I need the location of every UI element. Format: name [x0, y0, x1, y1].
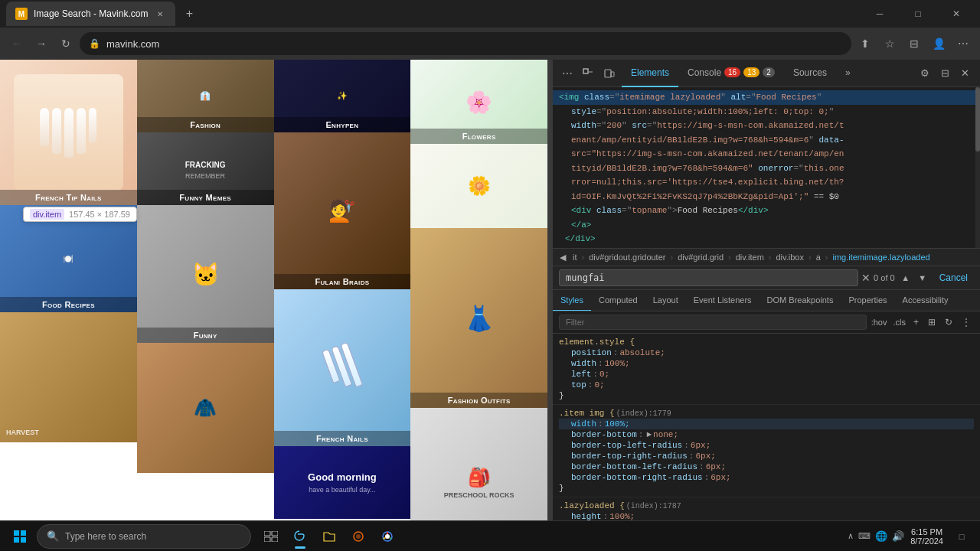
breadcrumb-it[interactable]: it [570, 253, 580, 262]
code-line-3: width="200" src="https://img-s-msn-com.a… [553, 119, 980, 133]
breadcrumb-gridout[interactable]: div#gridout.gridouter [586, 253, 668, 262]
tray-network[interactable]: 🌐 [875, 530, 887, 542]
tab-console[interactable]: Console 16 13 2 [678, 60, 784, 87]
dock-icon[interactable]: ⊟ [936, 64, 954, 83]
tab-layout[interactable]: Layout [645, 290, 686, 311]
refresh-styles-icon[interactable]: ↻ [942, 315, 956, 329]
title-bar: M Image Search - Mavink.com ✕ + ─ □ ✕ [0, 0, 980, 28]
forward-button[interactable]: → [31, 33, 52, 54]
maximize-button[interactable]: □ [900, 2, 936, 26]
start-button[interactable] [6, 523, 34, 550]
gallery-item-person[interactable]: 🧥 [137, 343, 274, 473]
breadcrumb-a[interactable]: a [813, 253, 824, 262]
search-next-button[interactable]: ▼ [915, 270, 930, 285]
devtools-search-input[interactable] [559, 269, 858, 286]
tab-computed[interactable]: Computed [591, 290, 645, 311]
pseudo-hov[interactable]: :hov [870, 318, 889, 327]
address-bar[interactable]: 🔒 mavink.com [80, 32, 851, 55]
css-prop-btlr[interactable]: border-top-left-radius : 6px; [559, 440, 974, 451]
active-tab[interactable]: M Image Search - Mavink.com ✕ [6, 2, 175, 26]
css-prop-left[interactable]: left : 0; [559, 369, 974, 380]
reload-button[interactable]: ↻ [55, 33, 77, 54]
tab-accessibility[interactable]: Accessibility [895, 290, 956, 311]
more-options-icon[interactable]: ⋮ [959, 315, 974, 329]
tab-more[interactable]: » [836, 60, 860, 87]
taskbar-firefox[interactable] [345, 523, 372, 550]
gallery-label-funny: Funny [137, 328, 274, 343]
gallery-item-enhypen[interactable]: ✨ Enhypen [274, 60, 411, 132]
gallery-item-nails[interactable]: French Tip Nails [0, 60, 137, 205]
good-morning-text: Good morning [308, 471, 377, 484]
css-prop-top[interactable]: top : 0; [559, 380, 974, 390]
breadcrumb-grid[interactable]: div#grid.grid [675, 253, 727, 262]
pseudo-cls[interactable]: .cls [891, 318, 907, 327]
tab-properties[interactable]: Properties [841, 290, 894, 311]
breadcrumb-ibox[interactable]: div.ibox [773, 253, 807, 262]
back-button[interactable]: ← [6, 33, 28, 54]
search-clear-button[interactable]: ✕ [861, 272, 871, 284]
code-scrollbar[interactable] [975, 87, 980, 248]
tab-event-listeners[interactable]: Event Listeners [686, 290, 760, 311]
code-scrollbar-thumb [975, 87, 980, 152]
search-cancel-button[interactable]: Cancel [933, 271, 974, 285]
taskbar-edge[interactable] [286, 523, 314, 550]
css-rule-element-style: element.style { position : absolute; wid… [553, 334, 980, 405]
taskbar-chrome[interactable] [374, 523, 401, 550]
css-prop-btrr[interactable]: border-top-right-radius : 6px; [559, 451, 974, 461]
tray-volume[interactable]: 🔊 [892, 530, 904, 542]
gallery-item-flowers2[interactable]: 🌼 [410, 144, 547, 228]
css-prop-height[interactable]: height : 100%; [559, 511, 974, 520]
gallery-item-harvest[interactable]: HARVEST [0, 312, 137, 442]
gallery-item-french-nails[interactable]: French Nails [274, 289, 411, 446]
taskbar-search[interactable]: 🔍 Type here to search [37, 524, 251, 549]
tab-dom-breakpoints[interactable]: DOM Breakpoints [760, 290, 841, 311]
css-prop-width2[interactable]: width : 100%; [559, 419, 974, 429]
device-toggle-icon[interactable] [600, 64, 619, 83]
css-prop-border-bottom[interactable]: border-bottom : ► none; [559, 429, 974, 440]
css-prop-position[interactable]: position : absolute; [559, 347, 974, 358]
css-prop-bbrr[interactable]: border-bottom-right-radius : 6px; [559, 472, 974, 483]
tray-up-arrow[interactable]: ∧ [848, 531, 854, 541]
gallery-item-cat[interactable]: 🐱 Funny [137, 205, 274, 343]
gallery-item-good-morning[interactable]: Good morning have a beautiful day... [274, 446, 411, 519]
svg-rect-7 [21, 537, 26, 543]
taskbar-task-view[interactable] [257, 523, 285, 550]
filter-input[interactable] [559, 315, 867, 330]
gallery-item-fashion[interactable]: 👔 Fashion [137, 60, 274, 132]
split-view-icon[interactable]: ⊟ [903, 33, 925, 54]
css-prop-bblr[interactable]: border-bottom-left-radius : 6px; [559, 461, 974, 472]
share-icon[interactable]: ⬆ [854, 33, 876, 54]
css-prop-width1[interactable]: width : 100%; [559, 358, 974, 369]
tab-styles[interactable]: Styles [553, 290, 591, 311]
close-button[interactable]: ✕ [939, 2, 974, 26]
breadcrumb-img[interactable]: img.itemimage.lazyloaded [829, 253, 933, 262]
new-tab-button[interactable]: + [178, 3, 200, 24]
favorites-icon[interactable]: ☆ [879, 33, 900, 54]
settings-icon[interactable]: ⚙ [916, 64, 934, 83]
minimize-button[interactable]: ─ [862, 2, 897, 26]
code-line-5: src="https://img-s-msn-com.akamaized.net… [553, 147, 980, 161]
system-clock[interactable]: 6:15 PM 8/7/2024 [910, 527, 943, 546]
svg-point-13 [356, 534, 361, 539]
new-rule-icon[interactable]: ⊞ [925, 315, 939, 329]
menu-icon[interactable]: ⋯ [952, 33, 974, 54]
gallery-item-school[interactable]: 🎒 PRESCHOOL ROCKS First Day Of School [410, 408, 547, 520]
gallery-item-braids[interactable]: 💇 Fulani Braids [274, 132, 411, 289]
gallery-item-flowers[interactable]: 🌸 Flowers [410, 60, 547, 144]
search-prev-button[interactable]: ▲ [898, 270, 913, 285]
gallery-item-fracking[interactable]: FRACKING REMEMBER Funny Memes [137, 132, 274, 205]
inspect-element-icon[interactable] [579, 64, 597, 83]
tab-elements[interactable]: Elements [622, 60, 678, 87]
profile-icon[interactable]: 👤 [928, 33, 949, 54]
gallery-item-dress[interactable]: 👗 Fashion Outfits [410, 228, 547, 408]
navigation-bar: ← → ↻ 🔒 mavink.com ⬆ ☆ ⊟ 👤 ⋯ [0, 28, 980, 60]
breadcrumb-back[interactable]: ◀ [556, 250, 570, 264]
breadcrumb-item[interactable]: div.item [733, 253, 767, 262]
add-style-icon[interactable]: + [910, 315, 922, 329]
breadcrumb-sep-2: › [668, 253, 675, 262]
taskbar-files[interactable] [315, 523, 343, 550]
notification-button[interactable]: □ [949, 524, 974, 549]
tab-close-button[interactable]: ✕ [154, 8, 166, 20]
close-devtools-icon[interactable]: ✕ [956, 64, 974, 83]
tab-sources[interactable]: Sources [784, 60, 836, 87]
